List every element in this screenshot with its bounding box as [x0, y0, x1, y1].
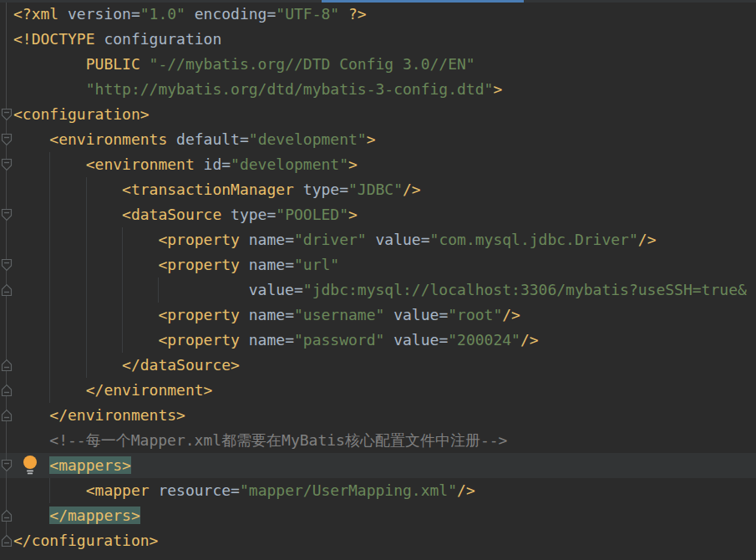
- token-plain: [13, 55, 86, 73]
- token-attr: resource: [150, 481, 231, 499]
- token-str: "jdbc:mysql://localhost:3306/mybatis?use…: [303, 281, 747, 298]
- token-p: =: [266, 206, 276, 223]
- code-line-14[interactable]: <property name="password" value="200024"…: [0, 328, 756, 353]
- fold-end-icon[interactable]: [1, 509, 13, 522]
- token-plain: [13, 431, 49, 449]
- token-str: "username": [294, 306, 384, 323]
- code-line-17[interactable]: </environments>: [0, 403, 756, 428]
- token-tag: >: [367, 130, 376, 148]
- code-line-21[interactable]: </mappers>: [0, 503, 756, 528]
- token-p: =: [439, 306, 448, 323]
- code-line-18[interactable]: <!--每一个Mapper.xml都需要在MyBatis核心配置文件中注册-->: [0, 428, 756, 453]
- token-p: =: [294, 281, 303, 298]
- token-p: =: [285, 256, 294, 273]
- token-p: =: [221, 155, 231, 173]
- fold-end-icon[interactable]: [1, 283, 13, 297]
- token-plain: [13, 155, 86, 173]
- token-tag: <configuration>: [13, 105, 150, 123]
- token-plain: [13, 406, 49, 424]
- token-plain: [13, 356, 122, 374]
- token-p: =: [421, 231, 430, 248]
- fold-collapse-icon[interactable]: [1, 459, 13, 472]
- token-str: "password": [294, 331, 384, 349]
- token-str: "development": [249, 130, 367, 148]
- token-str: "com.mysql.jdbc.Driver": [430, 231, 638, 248]
- token-plain: [13, 306, 158, 323]
- intention-bulb-icon[interactable]: [22, 455, 38, 476]
- token-plain: [13, 481, 86, 499]
- token-tag: />: [457, 481, 475, 499]
- code-line-2[interactable]: <!DOCTYPE configuration: [0, 27, 756, 52]
- token-taghl: </mappers>: [49, 507, 140, 524]
- token-tag: <environments: [49, 130, 167, 148]
- fold-collapse-icon[interactable]: [1, 108, 13, 121]
- code-lines[interactable]: <?xml version="1.0" encoding="UTF-8" ?><…: [0, 2, 756, 553]
- token-attr: version: [58, 5, 131, 23]
- fold-end-icon[interactable]: [1, 534, 13, 547]
- fold-end-icon[interactable]: [1, 409, 13, 422]
- code-line-7[interactable]: <environment id="development">: [0, 152, 756, 177]
- token-tag: </environment>: [86, 381, 213, 399]
- token-tag: </environments>: [49, 406, 185, 424]
- token-str: "driver": [294, 231, 367, 248]
- token-str: "POOLED": [276, 206, 348, 223]
- token-attr: name: [240, 231, 285, 248]
- token-p: =: [240, 130, 249, 148]
- code-line-4[interactable]: "http://mybatis.org/dtd/mybatis-3-config…: [0, 77, 756, 102]
- code-line-8[interactable]: <transactionManager type="JDBC"/>: [0, 177, 756, 202]
- tab-bar-edge: [0, 0, 756, 3]
- token-str: "root": [448, 306, 502, 323]
- token-plain: [13, 256, 158, 273]
- fold-end-icon[interactable]: [1, 384, 13, 397]
- code-line-10[interactable]: <property name="driver" value="com.mysql…: [0, 227, 756, 252]
- token-tag: </dataSource>: [122, 356, 240, 374]
- fold-collapse-icon[interactable]: [1, 258, 13, 272]
- code-line-11[interactable]: <property name="url": [0, 252, 756, 277]
- code-line-9[interactable]: <dataSource type="POOLED">: [0, 202, 756, 227]
- token-p: =: [285, 231, 294, 248]
- token-plain: [13, 206, 122, 223]
- token-str: "http://mybatis.org/dtd/mybatis-3-config…: [86, 80, 494, 98]
- token-plain: [13, 80, 86, 98]
- token-tag: <!DOCTYPE: [13, 30, 95, 48]
- token-str: "200024": [448, 331, 520, 349]
- token-attr: encoding: [185, 5, 267, 23]
- code-line-16[interactable]: </environment>: [0, 378, 756, 403]
- code-line-13[interactable]: <property name="username" value="root"/>: [0, 303, 756, 328]
- token-tag: />: [520, 331, 539, 349]
- code-line-15[interactable]: </dataSource>: [0, 353, 756, 378]
- fold-collapse-icon[interactable]: [1, 158, 13, 171]
- token-taghl: <mappers>: [49, 456, 131, 474]
- token-tag: >: [493, 80, 502, 98]
- code-line-3[interactable]: PUBLIC "-//mybatis.org//DTD Config 3.0//…: [0, 52, 756, 77]
- token-tag: <dataSource: [122, 206, 221, 223]
- token-attr: type: [294, 181, 339, 198]
- code-line-19[interactable]: <mappers>: [0, 453, 756, 478]
- token-attr: value: [367, 231, 421, 248]
- token-tag: />: [403, 181, 421, 198]
- token-plain: configuration: [95, 30, 222, 48]
- token-attr: name: [240, 331, 285, 349]
- token-str: "-//mybatis.org//DTD Config 3.0//EN": [140, 55, 475, 73]
- token-str: "UTF-8": [276, 5, 339, 23]
- token-comment: <!--每一个Mapper.xml都需要在MyBatis核心配置文件中注册-->: [49, 431, 507, 449]
- token-kw: PUBLIC: [86, 55, 140, 73]
- token-str: "url": [294, 256, 339, 273]
- token-attr: type: [221, 206, 266, 223]
- token-attr: default: [167, 130, 240, 148]
- code-line-20[interactable]: <mapper resource="mapper/UserMapping.xml…: [0, 478, 756, 503]
- token-tag: <property: [158, 231, 240, 248]
- code-line-12[interactable]: value="jdbc:mysql://localhost:3306/mybat…: [0, 277, 756, 303]
- token-p: =: [131, 5, 140, 23]
- token-plain: [13, 507, 49, 524]
- fold-collapse-icon[interactable]: [1, 208, 13, 221]
- token-tag: />: [502, 306, 520, 323]
- code-line-1[interactable]: <?xml version="1.0" encoding="UTF-8" ?>: [0, 2, 756, 27]
- fold-collapse-icon[interactable]: [1, 133, 13, 146]
- code-line-6[interactable]: <environments default="development">: [0, 127, 756, 152]
- fold-end-icon[interactable]: [1, 359, 13, 372]
- token-str: "JDBC": [348, 181, 403, 198]
- code-line-5[interactable]: <configuration>: [0, 102, 756, 127]
- token-attr: value: [384, 306, 439, 323]
- code-line-22[interactable]: </configuration>: [0, 528, 756, 553]
